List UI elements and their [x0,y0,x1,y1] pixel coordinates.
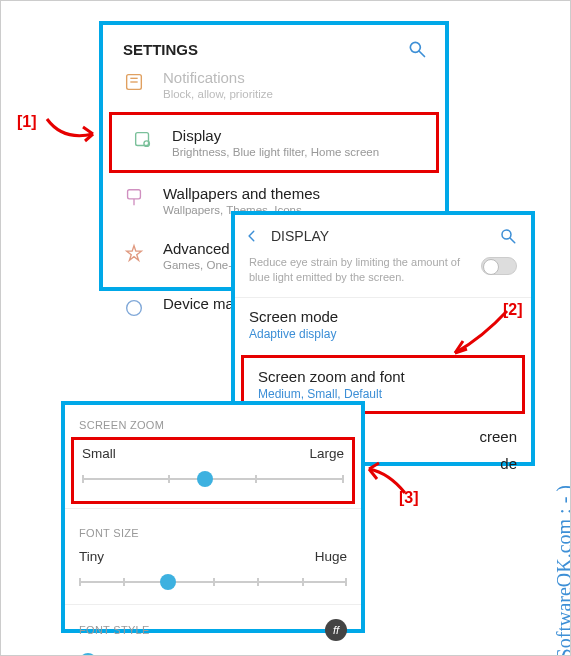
svg-line-11 [510,238,515,243]
annotation-1: [1] [17,113,37,131]
search-icon[interactable] [499,227,517,245]
row-sub: Brightness, Blue light filter, Home scre… [172,146,418,158]
advanced-features-icon [121,240,147,266]
item-title: Screen zoom and font [258,368,508,385]
settings-item-display[interactable]: Display Brightness, Blue light filter, H… [109,112,439,173]
back-icon[interactable] [245,229,259,243]
watermark: www.SoftwareOK.com : - ) [553,485,571,656]
svg-point-9 [127,301,142,316]
display-header: DISPLAY [235,215,531,251]
font-flip-badge[interactable]: ff [325,619,347,641]
settings-title: SETTINGS [123,41,198,58]
display-icon [130,127,156,153]
settings-item-notifications[interactable]: Notifications Block, allow, prioritize [103,69,445,112]
svg-rect-7 [128,190,141,199]
item-sub: Medium, Small, Default [258,387,508,401]
wallpapers-icon [121,185,147,211]
font-style-default[interactable]: Default [65,647,361,656]
row-title: Notifications [163,69,427,86]
screen-zoom-slider[interactable] [82,471,344,487]
bluelight-row: Reduce eye strain by limiting the amount… [235,251,531,298]
svg-line-1 [420,52,425,57]
display-title: DISPLAY [271,228,487,244]
zoom-font-panel: SCREEN ZOOM Small Large FONT SIZE Tiny H… [61,401,365,633]
svg-point-0 [410,42,420,52]
zoom-max-label: Large [309,446,344,461]
fontsize-max-label: Huge [315,549,347,564]
section-header-zoom: SCREEN ZOOM [65,405,361,437]
annotation-2: [2] [503,301,523,319]
bluelight-toggle[interactable] [481,257,517,275]
notifications-icon [121,69,147,95]
device-maintenance-icon [121,295,147,321]
settings-header: SETTINGS [103,25,445,69]
bluelight-desc: Reduce eye strain by limiting the amount… [249,255,471,285]
arrow-1-icon [43,109,103,149]
section-header-font-size: FONT SIZE [65,513,361,545]
font-size-slider[interactable] [79,574,347,590]
section-header-font-style: FONT STYLE [79,624,150,636]
search-icon[interactable] [407,39,427,59]
fontsize-min-label: Tiny [79,549,104,564]
svg-point-10 [502,230,511,239]
annotation-3: [3] [399,489,419,507]
row-title: Display [172,127,418,144]
row-title: Wallpapers and themes [163,185,427,202]
screen-zoom-slider-group: Small Large [71,437,355,504]
zoom-min-label: Small [82,446,116,461]
svg-rect-5 [136,133,149,146]
row-sub: Block, allow, prioritize [163,88,427,100]
